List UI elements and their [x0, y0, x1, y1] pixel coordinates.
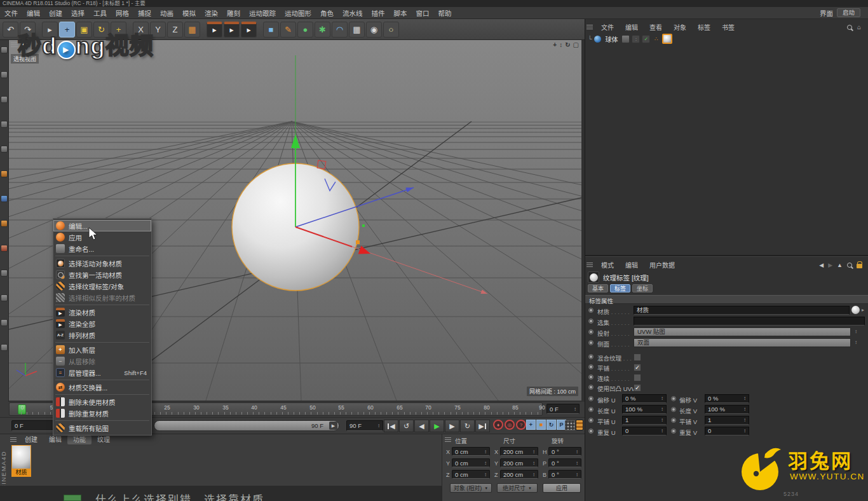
menu-item-rename-material[interactable]: 重命名...	[53, 243, 151, 254]
stepper-icon[interactable]: ↕	[484, 472, 487, 477]
keyframe-bullet-icon[interactable]	[588, 396, 593, 401]
layout-interface-label[interactable]: 界面	[820, 8, 833, 18]
om-menu-edit[interactable]: 编辑	[620, 22, 644, 32]
menu-item-render-all-materials[interactable]: ▶ 渲染全部	[53, 318, 151, 329]
stepper-icon[interactable]: ↕	[661, 427, 663, 435]
om-menu-tags[interactable]: 标签	[692, 22, 716, 32]
add-light-button[interactable]: ○	[383, 22, 399, 38]
menu-simulate[interactable]: 模拟	[178, 8, 200, 18]
history-forward-icon[interactable]: ▶	[828, 262, 832, 268]
menu-item-reload-all-textures[interactable]: 重载所有贴图	[53, 422, 151, 434]
side-dropdown[interactable]: 双面	[634, 338, 851, 347]
rotation-h-field[interactable]: 0 °↕	[548, 447, 581, 456]
tab-coordinates[interactable]: 坐标	[632, 284, 653, 292]
stepper-icon[interactable]: ↕	[743, 416, 746, 424]
menu-render[interactable]: 渲染	[200, 8, 222, 18]
lock-icon[interactable]	[857, 264, 862, 268]
viewport-zoom-icon[interactable]: ↕	[559, 41, 562, 48]
keyframe-bullet-icon[interactable]	[588, 329, 593, 334]
left-tool-icon[interactable]	[1, 344, 8, 351]
material-thumbnail-tile[interactable]: 材质	[11, 445, 31, 477]
stepper-icon[interactable]: ↕	[855, 329, 857, 334]
projection-dropdown[interactable]: UVW 贴图	[634, 327, 851, 336]
keyframe-bullet-icon[interactable]	[588, 364, 593, 369]
keyframe-bullet-icon[interactable]	[671, 396, 676, 401]
tiles-u-field[interactable]: 1↕	[622, 416, 667, 425]
z-axis-arrow[interactable]	[405, 185, 414, 192]
stepper-icon[interactable]: ↕	[532, 460, 535, 466]
keyframe-bullet-icon[interactable]	[588, 407, 593, 412]
home-icon[interactable]: ⌂	[857, 24, 861, 31]
menu-item-sort-materials[interactable]: A-Z 排列材质	[53, 329, 151, 341]
keyframe-bullet-icon[interactable]	[671, 407, 676, 412]
keying-scale-toggle[interactable]: ■	[536, 420, 546, 430]
menu-tools[interactable]: 工具	[89, 8, 111, 18]
menu-mograph[interactable]: 运动图形	[280, 8, 316, 18]
play-button[interactable]: ▶	[430, 420, 444, 432]
menu-item-remove-from-layer[interactable]: − 从层移除	[53, 355, 151, 367]
tab-basic[interactable]: 基本	[588, 284, 608, 292]
left-tool-icon[interactable]	[1, 245, 8, 252]
left-tool-icon[interactable]	[1, 270, 8, 277]
stepper-icon[interactable]: ↕	[484, 449, 487, 455]
om-menu-view[interactable]: 查看	[644, 22, 668, 32]
previous-key-button[interactable]: ↺	[399, 420, 414, 432]
keying-selection-button[interactable]	[565, 420, 575, 430]
seamless-checkbox[interactable]	[634, 374, 641, 381]
phong-tag-icon[interactable]: ∴	[652, 35, 660, 43]
position-y-field[interactable]: 0 cm↕	[452, 458, 490, 467]
add-camera-button[interactable]: ◉	[366, 22, 382, 38]
menu-file[interactable]: 文件	[0, 8, 22, 18]
am-menu-edit[interactable]: 编辑	[620, 260, 644, 270]
visibility-dots-icon[interactable]: :	[632, 35, 640, 43]
add-cube-button[interactable]: ■	[263, 22, 279, 38]
viewport-pan-icon[interactable]: +	[553, 41, 557, 48]
chevron-right-icon[interactable]: ▸	[862, 307, 864, 313]
menu-item-delete-duplicate-materials[interactable]: 删除重复材质	[53, 408, 151, 419]
stepper-icon[interactable]: ↕	[855, 340, 857, 345]
undo-button[interactable]: ↶	[3, 22, 18, 38]
menu-item-edit-material[interactable]: 编辑...	[53, 220, 151, 231]
keyframe-bullet-icon[interactable]	[588, 354, 593, 359]
left-tool-icon[interactable]	[1, 121, 8, 128]
stepper-icon[interactable]: ↕	[574, 406, 576, 412]
enable-check-icon[interactable]: ✓	[642, 35, 650, 43]
stepper-icon[interactable]: ↕	[661, 416, 663, 424]
menu-snap[interactable]: 捕捉	[133, 8, 156, 18]
left-tool-icon[interactable]	[1, 220, 8, 227]
mix-textures-checkbox[interactable]	[634, 353, 641, 361]
goto-end-button[interactable]: ▶	[475, 420, 490, 432]
keyframe-bullet-icon[interactable]	[588, 319, 593, 324]
tiles-v-field[interactable]: 1↕	[705, 416, 749, 425]
menu-sculpt[interactable]: 雕刻	[222, 8, 245, 18]
repetition-v-field[interactable]: 0↕	[705, 427, 749, 436]
texture-tag-icon[interactable]	[662, 34, 672, 44]
size-y-field[interactable]: 200 cm↕	[500, 458, 538, 467]
x-axis-handle[interactable]	[356, 240, 360, 244]
search-icon[interactable]	[847, 263, 852, 268]
size-x-field[interactable]: 200 cm↕	[500, 447, 538, 456]
menu-item-select-active-material[interactable]: 选择活动对象材质	[53, 257, 151, 269]
layout-startup-dropdown[interactable]: 启动	[837, 8, 860, 17]
om-menu-object[interactable]: 对象	[668, 22, 692, 32]
menu-item-apply-material[interactable]: 应用	[53, 231, 151, 243]
offset-v-field[interactable]: 0 %↕	[705, 394, 749, 403]
menu-motion-tracker[interactable]: 运动跟踪	[245, 8, 280, 18]
add-spline-button[interactable]: ◠	[332, 22, 348, 38]
menu-plugins[interactable]: 插件	[367, 8, 390, 18]
left-tool-icon[interactable]	[1, 319, 8, 326]
length-u-field[interactable]: 100 %↕	[622, 405, 667, 414]
range-slider-handle[interactable]: ▶	[329, 422, 337, 430]
record-keyframe-button[interactable]: ♦	[493, 420, 503, 430]
panel-grip-icon[interactable]	[10, 437, 17, 443]
render-view-button[interactable]: ▶	[207, 22, 222, 38]
left-tool-icon[interactable]	[1, 96, 8, 103]
panel-grip-icon[interactable]	[587, 263, 593, 268]
material-menu-edit[interactable]: 编辑	[43, 436, 67, 444]
add-deformer-button[interactable]: ✱	[315, 22, 330, 38]
menu-character[interactable]: 角色	[316, 8, 338, 18]
length-v-field[interactable]: 100 %↕	[705, 405, 749, 414]
left-tool-icon[interactable]	[1, 170, 8, 177]
menu-help[interactable]: 帮助	[434, 8, 456, 18]
next-key-button[interactable]: ↻	[460, 420, 475, 432]
